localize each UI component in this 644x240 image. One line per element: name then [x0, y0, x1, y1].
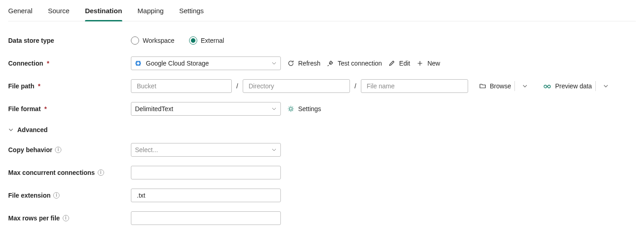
directory-input-wrap — [243, 79, 350, 93]
plus-icon — [416, 60, 424, 67]
tab-general[interactable]: General — [8, 7, 32, 21]
required-icon: * — [38, 82, 40, 90]
label-file-extension: File extension i — [8, 192, 131, 199]
tabs: General Source Destination Mapping Setti… — [8, 0, 636, 21]
label-max-concurrent: Max concurrent connections i — [8, 169, 131, 176]
label-copy-behavior-text: Copy behavior — [8, 146, 52, 153]
connection-select[interactable]: Google Cloud Storage — [131, 56, 281, 70]
copy-behavior-placeholder: Select... — [135, 146, 158, 153]
info-icon[interactable]: i — [55, 147, 61, 153]
preview-dropdown[interactable] — [599, 80, 612, 92]
label-max-rows-text: Max rows per file — [8, 214, 60, 222]
required-icon: * — [45, 105, 47, 112]
test-connection-label: Test connection — [338, 60, 382, 67]
tab-destination[interactable]: Destination — [85, 7, 122, 21]
file-extension-input-wrap — [131, 189, 281, 202]
row-file-format: File format * DelimitedText Settings — [8, 102, 636, 116]
new-button[interactable]: New — [416, 60, 440, 67]
radio-inner-icon — [191, 38, 195, 43]
edit-label: Edit — [399, 60, 410, 67]
divider — [514, 81, 515, 91]
label-copy-behavior: Copy behavior i — [8, 146, 131, 153]
label-max-rows: Max rows per file i — [8, 214, 131, 222]
connection-selected-value: Google Cloud Storage — [146, 60, 209, 67]
file-format-selected-value: DelimitedText — [135, 105, 173, 112]
radio-external[interactable]: External — [189, 36, 224, 45]
browse-button[interactable]: Browse — [479, 82, 511, 90]
label-connection-text: Connection — [8, 60, 43, 67]
directory-input[interactable] — [248, 82, 345, 90]
tab-mapping[interactable]: Mapping — [138, 7, 164, 21]
folder-icon — [479, 82, 486, 90]
max-concurrent-input-wrap — [131, 166, 281, 179]
plug-icon — [327, 60, 334, 67]
bucket-input-wrap — [131, 79, 232, 93]
max-concurrent-input[interactable] — [136, 169, 276, 177]
edit-button[interactable]: Edit — [388, 60, 410, 67]
advanced-toggle[interactable]: Advanced — [8, 126, 48, 133]
radio-external-label: External — [201, 37, 224, 44]
tab-source[interactable]: Source — [48, 7, 70, 21]
google-cloud-storage-icon — [135, 60, 141, 66]
row-max-concurrent: Max concurrent connections i — [8, 165, 636, 180]
label-file-format: File format * — [8, 105, 131, 112]
label-file-format-text: File format — [8, 105, 41, 112]
radio-workspace-label: Workspace — [143, 37, 175, 44]
radio-outer-icon — [189, 36, 197, 45]
advanced-label: Advanced — [17, 126, 48, 133]
chevron-down-icon — [271, 61, 277, 66]
gear-icon — [287, 105, 295, 112]
format-settings-button[interactable]: Settings — [287, 105, 321, 112]
format-settings-label: Settings — [298, 105, 321, 112]
max-rows-input[interactable] — [136, 214, 276, 222]
row-connection: Connection * Google Cloud Storage — [8, 56, 636, 71]
max-rows-input-wrap — [131, 211, 281, 225]
required-icon: * — [47, 60, 49, 67]
row-copy-behavior: Copy behavior i Select... — [8, 143, 636, 157]
info-icon[interactable]: i — [63, 215, 69, 221]
new-label: New — [427, 60, 440, 67]
preview-data-button[interactable]: Preview data — [543, 82, 592, 90]
path-separator: / — [354, 82, 357, 90]
test-connection-button[interactable]: Test connection — [327, 60, 382, 67]
radio-outer-icon — [131, 36, 139, 45]
label-file-path: File path * — [8, 82, 131, 90]
path-separator: / — [235, 82, 239, 90]
row-file-extension: File extension i — [8, 188, 636, 203]
filename-input-wrap — [361, 79, 468, 93]
preview-data-label: Preview data — [555, 82, 592, 90]
row-file-path: File path * / / — [8, 79, 636, 93]
browse-label: Browse — [490, 82, 511, 90]
label-data-store-type: Data store type — [8, 37, 131, 44]
label-file-extension-text: File extension — [8, 192, 50, 199]
tab-settings[interactable]: Settings — [179, 7, 204, 21]
copy-behavior-select[interactable]: Select... — [131, 143, 281, 157]
file-extension-input[interactable] — [136, 191, 276, 199]
browse-dropdown[interactable] — [519, 80, 531, 92]
row-data-store-type: Data store type Workspace External — [8, 33, 636, 48]
refresh-icon — [287, 60, 295, 67]
filename-input[interactable] — [366, 82, 463, 90]
label-file-path-text: File path — [8, 82, 35, 90]
refresh-label: Refresh — [298, 60, 320, 67]
pencil-icon — [388, 60, 395, 67]
label-max-concurrent-text: Max concurrent connections — [8, 169, 95, 176]
file-format-select[interactable]: DelimitedText — [131, 102, 281, 116]
bucket-input[interactable] — [136, 82, 227, 90]
row-max-rows: Max rows per file i — [8, 211, 636, 225]
chevron-down-icon — [271, 147, 277, 153]
glasses-icon — [543, 82, 551, 90]
chevron-down-icon — [8, 127, 14, 133]
info-icon[interactable]: i — [98, 169, 104, 176]
svg-point-2 — [544, 85, 547, 88]
radio-workspace[interactable]: Workspace — [131, 36, 175, 45]
chevron-down-icon — [271, 106, 277, 112]
info-icon[interactable]: i — [53, 192, 60, 199]
label-connection: Connection * — [8, 60, 131, 67]
refresh-button[interactable]: Refresh — [287, 60, 320, 67]
svg-point-3 — [548, 85, 550, 88]
divider — [595, 81, 596, 91]
